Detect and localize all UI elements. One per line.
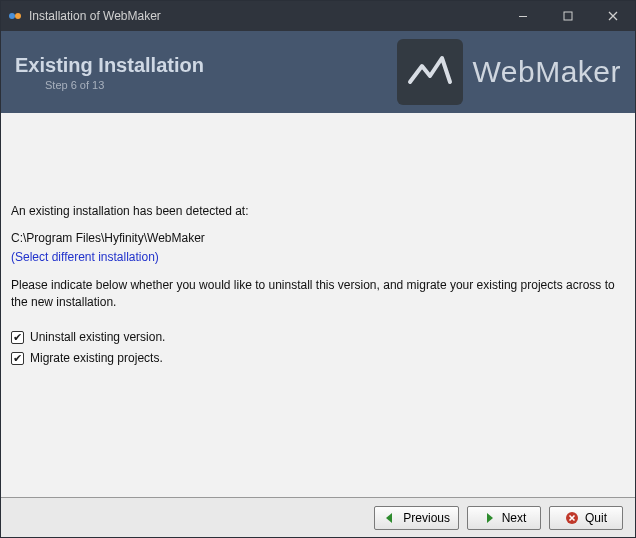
window-title: Installation of WebMaker	[29, 9, 500, 23]
detected-label: An existing installation has been detect…	[11, 203, 625, 220]
migrate-checkbox[interactable]: ✔	[11, 352, 24, 365]
select-different-link[interactable]: (Select different installation)	[11, 249, 625, 266]
svg-rect-2	[519, 16, 527, 17]
quit-button[interactable]: Quit	[549, 506, 623, 530]
svg-point-1	[15, 13, 21, 19]
arrow-right-icon	[482, 511, 496, 525]
titlebar: Installation of WebMaker	[1, 1, 635, 31]
instruction-text: Please indicate below whether you would …	[11, 277, 625, 311]
previous-label: Previous	[403, 511, 450, 525]
quit-label: Quit	[585, 511, 607, 525]
brand-logo-icon	[397, 39, 463, 105]
footer-bar: Previous Next Quit	[1, 497, 635, 537]
header-text-block: Existing Installation Step 6 of 13	[15, 54, 397, 91]
uninstall-row: ✔ Uninstall existing version.	[11, 329, 625, 346]
minimize-button[interactable]	[500, 1, 545, 31]
svg-point-0	[9, 13, 15, 19]
migrate-row: ✔ Migrate existing projects.	[11, 350, 625, 367]
app-icon	[7, 8, 23, 24]
previous-button[interactable]: Previous	[374, 506, 459, 530]
brand-area: WebMaker	[397, 39, 622, 105]
close-button[interactable]	[590, 1, 635, 31]
content-area: An existing installation has been detect…	[1, 113, 635, 497]
header-banner: Existing Installation Step 6 of 13 WebMa…	[1, 31, 635, 113]
migrate-label: Migrate existing projects.	[30, 350, 163, 367]
uninstall-label: Uninstall existing version.	[30, 329, 165, 346]
installer-window: Installation of WebMaker Existing Instal…	[0, 0, 636, 538]
page-title: Existing Installation	[15, 54, 397, 77]
brand-name: WebMaker	[473, 55, 622, 89]
step-indicator: Step 6 of 13	[15, 79, 397, 91]
svg-rect-3	[564, 12, 572, 20]
install-path: C:\Program Files\Hyfinity\WebMaker	[11, 230, 625, 247]
next-button[interactable]: Next	[467, 506, 541, 530]
uninstall-checkbox[interactable]: ✔	[11, 331, 24, 344]
arrow-left-icon	[383, 511, 397, 525]
next-label: Next	[502, 511, 527, 525]
maximize-button[interactable]	[545, 1, 590, 31]
quit-icon	[565, 511, 579, 525]
